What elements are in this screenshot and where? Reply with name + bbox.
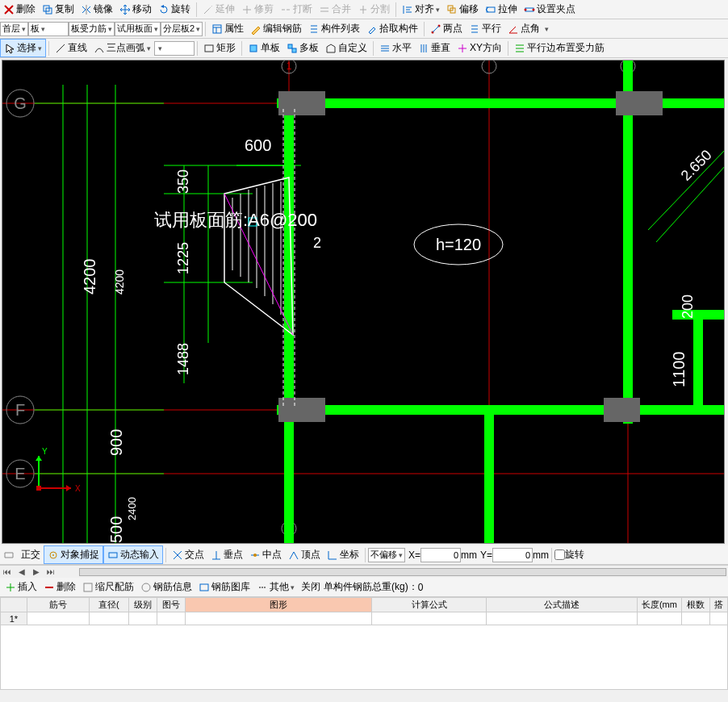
select-button[interactable]: 选择▾	[0, 39, 46, 57]
single-button[interactable]: 单板	[245, 40, 283, 56]
svg-text:1225: 1225	[175, 242, 191, 274]
pick-button[interactable]: 拾取构件	[363, 20, 421, 37]
col-len[interactable]: 长度(mm	[638, 598, 682, 612]
prev-button[interactable]: ◀	[16, 567, 27, 577]
rebar-table[interactable]: 筋号 直径( 级别 图号 图形 计算公式 公式描述 长度(mm 根数 搭 1*	[0, 597, 728, 625]
stretch-button[interactable]: 拉伸	[482, 1, 521, 18]
rebarlib-button[interactable]: 钢筋图库	[195, 579, 253, 595]
chevron-down-icon: ▾	[41, 25, 45, 33]
col-qty[interactable]: 根数	[681, 598, 709, 612]
row-header[interactable]: 1*	[1, 612, 27, 625]
move-label: 移动	[132, 2, 152, 16]
mid-button[interactable]: 中点	[246, 546, 285, 563]
scale-button[interactable]: 缩尺配筋	[79, 579, 137, 595]
pointangle-button[interactable]: 点角	[504, 20, 543, 37]
slabforce-dropdown[interactable]: 板受力筋▾	[69, 22, 115, 36]
rect-button[interactable]: 矩形	[200, 40, 239, 56]
close-button[interactable]: 关闭	[298, 579, 324, 595]
parallel-button[interactable]: 平行	[466, 20, 504, 37]
dyninput-button[interactable]: 动态输入	[103, 545, 163, 564]
setpoint-button[interactable]: 设置夹点	[521, 1, 579, 18]
first-button[interactable]: ⏮	[2, 567, 13, 577]
linetype-dropdown[interactable]: ▾	[154, 41, 195, 56]
offset-button[interactable]: 偏移	[443, 1, 482, 18]
split-label: 分割	[370, 2, 390, 16]
toolbar-draw: 选择▾ 直线 三点画弧▾ ▾ 矩形 单板 多板 自定义 水平 垂直 XY方向 平…	[0, 39, 728, 58]
merge-button[interactable]: 合并	[316, 1, 354, 18]
col-num[interactable]: 筋号	[27, 598, 89, 612]
col-dia[interactable]: 直径(	[89, 598, 128, 612]
last-button[interactable]: ⏭	[45, 567, 56, 577]
x-input[interactable]	[420, 548, 461, 562]
slab-dropdown[interactable]: 板▾	[28, 22, 69, 36]
rotate-checkbox[interactable]	[554, 549, 565, 560]
col-formula[interactable]: 计算公式	[371, 598, 487, 612]
custom-icon	[325, 43, 337, 54]
componentlist-button[interactable]: 构件列表	[305, 20, 363, 37]
svg-text:F: F	[15, 401, 25, 419]
other-button[interactable]: 其他▾	[253, 579, 298, 595]
floor-dropdown[interactable]: 首层▾	[0, 22, 28, 36]
svg-text:2400: 2400	[126, 497, 138, 520]
svg-rect-14	[292, 48, 296, 52]
perp-button[interactable]: 垂点	[207, 546, 246, 563]
scrollbar[interactable]	[79, 568, 726, 576]
toolbar-edit: 删除 复制 镜像 移动 旋转 延伸 修剪 打断 合并 分割 对齐▾ 偏移 拉伸 …	[0, 0, 728, 19]
insert-icon	[5, 582, 16, 593]
copy-button[interactable]: 复制	[39, 1, 77, 18]
ortho-button[interactable]: 正交	[18, 546, 44, 563]
editrebar-button[interactable]: 编辑钢筋	[247, 20, 305, 37]
next-button[interactable]: ▶	[31, 567, 42, 577]
coord-button[interactable]: 坐标	[324, 546, 362, 563]
apex-button[interactable]: 顶点	[285, 546, 324, 563]
layerslab-dropdown[interactable]: 分层板2▾	[161, 22, 203, 36]
snap-button[interactable]: 对象捕捉	[44, 545, 103, 564]
mirror-button[interactable]: 镜像	[77, 1, 116, 18]
custom-label: 自定义	[338, 41, 367, 55]
offset-mode-dropdown[interactable]: 不偏移▾	[368, 548, 405, 562]
del2-button[interactable]: 删除	[40, 579, 79, 595]
multi-button[interactable]: 多板	[283, 40, 322, 56]
twopoint-button[interactable]: 两点	[427, 20, 466, 37]
custom-button[interactable]: 自定义	[322, 40, 370, 56]
horiz-button[interactable]: 水平	[376, 40, 415, 56]
trialslab-dropdown[interactable]: 试用板面▾	[115, 22, 161, 36]
rebarinfo-button[interactable]: 钢筋信息	[137, 579, 195, 595]
svg-point-98	[261, 587, 263, 588]
col-desc[interactable]: 公式描述	[487, 598, 638, 612]
split-button[interactable]: 分割	[354, 1, 393, 18]
insert-button[interactable]: 插入	[2, 579, 40, 595]
col-graphic[interactable]: 图形	[186, 598, 371, 612]
svg-text:200: 200	[680, 295, 696, 319]
break-button[interactable]: 打断	[277, 1, 316, 18]
col-code[interactable]: 图号	[157, 598, 186, 612]
more-indicator[interactable]: ▾	[543, 25, 550, 33]
ortho-label: 正交	[21, 548, 40, 562]
floor-label: 首层	[2, 23, 20, 35]
y-input[interactable]	[492, 548, 533, 562]
delete-button[interactable]: 删除	[0, 1, 39, 18]
line-button[interactable]: 直线	[52, 40, 90, 56]
col-grade[interactable]: 级别	[129, 598, 157, 612]
xy-button[interactable]: XY方向	[454, 40, 505, 56]
vert-button[interactable]: 垂直	[415, 40, 454, 56]
align-label: 对齐	[415, 2, 434, 16]
col-lap[interactable]: 搭	[709, 598, 727, 612]
rotate-button[interactable]: 旋转	[155, 1, 194, 18]
parallel-layout-button[interactable]: 平行边布置受力筋	[511, 40, 608, 56]
list-icon	[308, 23, 320, 35]
align-button[interactable]: 对齐▾	[399, 1, 443, 18]
trim-button[interactable]: 修剪	[238, 1, 277, 18]
table-row[interactable]: 1*	[1, 612, 728, 625]
select-label: 选择	[17, 41, 36, 55]
inter-button[interactable]: 交点	[169, 546, 207, 563]
attr-button[interactable]: 属性	[208, 20, 247, 37]
arc3p-button[interactable]: 三点画弧▾	[90, 40, 154, 56]
toggle-icon[interactable]	[3, 549, 15, 561]
chevron-down-icon: ▾	[196, 25, 200, 33]
drawing-canvas[interactable]: G F E 1 1	[2, 60, 725, 544]
svg-text:4200: 4200	[113, 270, 126, 295]
svg-text:试用板面筋:A6@200: 试用板面筋:A6@200	[154, 210, 317, 230]
extend-button[interactable]: 延伸	[199, 1, 238, 18]
move-button[interactable]: 移动	[116, 1, 155, 18]
